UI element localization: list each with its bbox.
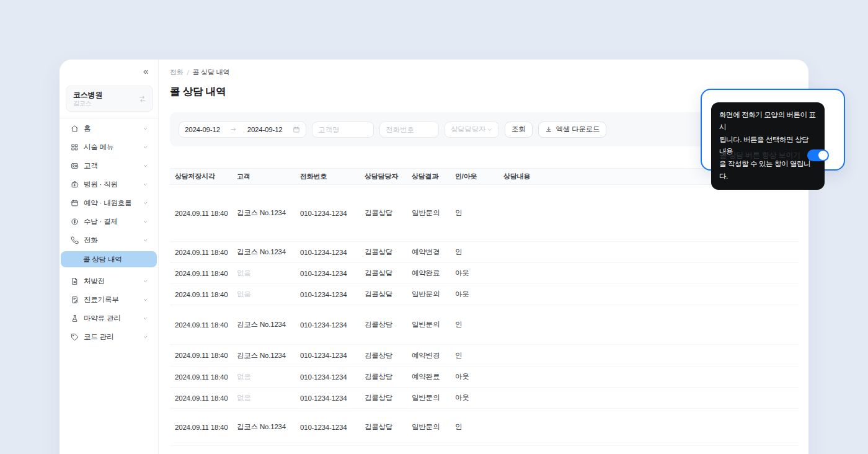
- sidebar-item-medical-records[interactable]: 진료기록부: [60, 290, 158, 309]
- table-row: 2024.09.11 18:40김코스 No.1234010-1234-1234…: [170, 305, 799, 345]
- table-body: 2024.09.11 18:40김코스 No.1234010-1234-1234…: [170, 185, 799, 446]
- customer-name-input[interactable]: [312, 122, 374, 138]
- document-icon: [71, 277, 79, 285]
- swap-icon: [138, 95, 146, 103]
- chevrons-left-icon: [142, 68, 149, 76]
- cell-time: 2024.09.11 18:40: [170, 210, 232, 217]
- sidebar-item-narcotics[interactable]: 마약류 관리: [60, 309, 158, 327]
- cell-result: 예약완료: [407, 269, 450, 278]
- search-button-label: 조회: [512, 125, 526, 134]
- call-button-always-show-toggle[interactable]: [807, 149, 829, 161]
- cell-customer: 없음: [232, 393, 295, 403]
- cell-inout: 인: [450, 422, 498, 432]
- phone-icon: [71, 236, 79, 244]
- breadcrumb-phone[interactable]: 전화: [170, 68, 184, 77]
- tooltip-arrow: [764, 145, 773, 149]
- sidebar-item-procedures[interactable]: 시술 메뉴: [60, 138, 158, 156]
- excel-download-button[interactable]: 엑셀 다운로드: [538, 122, 607, 138]
- cell-phone: 010-1234-1234: [295, 270, 360, 277]
- sidebar-item-customers[interactable]: 고객: [60, 156, 158, 175]
- cell-result: 일반문의: [407, 290, 450, 299]
- cell-inout: 아웃: [450, 269, 498, 278]
- cell-phone: 010-1234-1234: [295, 210, 360, 217]
- cell-agent: 김콜상담: [360, 208, 407, 218]
- cell-customer: 김코스 No.1234: [232, 320, 295, 329]
- cell-phone: 010-1234-1234: [295, 424, 360, 431]
- table-row: 2024.09.11 18:40없음010-1234-1234김콜상담예약완료아…: [170, 263, 799, 284]
- sidebar-item-home[interactable]: 홈: [60, 119, 158, 138]
- home-icon: [71, 125, 79, 133]
- sidebar-item-label: 고객: [84, 161, 98, 171]
- table-row: 2024.09.11 18:40김코스 No.1234010-1234-1234…: [170, 345, 799, 367]
- sidebar: 코스병원 김코스 홈시술 메뉴고객병원 · 직원예약 · 내원흐름수납 · 결제…: [60, 60, 159, 454]
- chevron-down-icon: [143, 297, 148, 303]
- calendar-icon: [71, 199, 79, 207]
- chevron-down-icon: [143, 163, 148, 169]
- excel-download-label: 엑셀 다운로드: [556, 125, 600, 134]
- sidebar-item-phone[interactable]: 전화: [60, 231, 158, 249]
- cell-inout: 아웃: [450, 372, 498, 381]
- sidebar-item-label: 홈: [84, 124, 91, 133]
- cell-customer: 김코스 No.1234: [232, 422, 295, 432]
- sidebar-item-codes[interactable]: 코드 관리: [60, 327, 158, 346]
- cell-inout: 인: [450, 351, 498, 360]
- cell-inout: 인: [450, 247, 498, 257]
- sidebar-item-label: 처방전: [84, 277, 105, 286]
- sidebar-item-payments[interactable]: 수납 · 결제: [60, 212, 158, 231]
- sidebar-item-label: 예약 · 내원흐름: [84, 198, 131, 208]
- cell-result: 예약변경: [407, 247, 450, 257]
- call-history-table: 상담저장시각고객전화번호상담담당자상담결과인/아웃상담내용 2024.09.11…: [170, 168, 799, 446]
- download-icon: [545, 126, 552, 133]
- sidebar-item-label: 마약류 관리: [84, 314, 121, 323]
- cell-agent: 김콜상담: [360, 372, 407, 381]
- sidebar-item-label: 병원 · 직원: [84, 180, 118, 189]
- chevron-down-icon: [487, 127, 493, 133]
- table-row: 2024.09.11 18:40김코스 No.1234010-1234-1234…: [170, 242, 799, 263]
- cell-time: 2024.09.11 18:40: [170, 373, 232, 381]
- workspace-switcher[interactable]: 코스병원 김코스: [66, 86, 153, 112]
- table-column-header: 인/아웃: [450, 169, 498, 184]
- date-range-picker[interactable]: 2024-09-12 2024-09-12: [179, 122, 306, 138]
- workspace-name: 코스병원: [73, 90, 102, 100]
- cell-inout: 인: [450, 208, 498, 218]
- cell-phone: 010-1234-1234: [295, 291, 360, 298]
- table-column-header: 상담담당자: [360, 169, 407, 184]
- date-from-value: 2024-09-12: [185, 126, 220, 133]
- cell-customer: 김코스 No.1234: [232, 351, 295, 360]
- table-row: 2024.09.11 18:40김코스 No.1234010-1234-1234…: [170, 409, 799, 446]
- chevron-down-icon: [143, 126, 148, 131]
- sidebar-collapse-button[interactable]: [140, 66, 151, 78]
- call-button-toggle-row: 콜 상담 버튼 항상 보이기: [719, 149, 829, 161]
- search-button[interactable]: 조회: [505, 122, 533, 138]
- app-window: 코스병원 김코스 홈시술 메뉴고객병원 · 직원예약 · 내원흐름수납 · 결제…: [60, 60, 808, 454]
- table-column-header: 고객: [232, 169, 295, 184]
- sidebar-item-prescriptions[interactable]: 처방전: [60, 272, 158, 290]
- cell-inout: 아웃: [450, 393, 498, 403]
- table-row: 2024.09.11 18:40없음010-1234-1234김콜상담일반문의아…: [170, 284, 799, 305]
- cell-customer: 없음: [232, 269, 295, 278]
- chevron-down-icon: [143, 200, 148, 206]
- agent-select[interactable]: 상담담당자: [445, 122, 499, 138]
- cell-phone: 010-1234-1234: [295, 249, 360, 256]
- table-row: 2024.09.11 18:40김코스 No.1234010-1234-1234…: [170, 185, 799, 242]
- cell-time: 2024.09.11 18:40: [170, 321, 232, 329]
- cell-time: 2024.09.11 18:40: [170, 424, 232, 431]
- hospital-bag-icon: [71, 180, 79, 189]
- cell-time: 2024.09.11 18:40: [170, 291, 232, 298]
- sidebar-subitem-call-history[interactable]: 콜 상담 내역: [61, 251, 157, 267]
- cell-customer: 김코스 No.1234: [232, 247, 295, 257]
- breadcrumb: 전화 / 콜 상담 내역: [170, 68, 799, 77]
- sidebar-item-label: 진료기록부: [84, 295, 119, 305]
- toggle-knob: [818, 151, 828, 160]
- cell-inout: 인: [450, 320, 498, 329]
- sidebar-item-hospital-staff[interactable]: 병원 · 직원: [60, 175, 158, 194]
- cell-time: 2024.09.11 18:40: [170, 249, 232, 256]
- sidebar-item-reservations[interactable]: 예약 · 내원흐름: [60, 194, 158, 212]
- phone-number-input[interactable]: [379, 122, 439, 138]
- payment-icon: [71, 218, 79, 226]
- cell-result: 예약완료: [407, 372, 450, 381]
- call-button-callout: 화면에 전화기 모양의 버튼이 표시됩니다. 버튼을 선택하면 상담 내용을 작…: [701, 89, 845, 171]
- cell-agent: 김콜상담: [360, 247, 407, 257]
- tag-icon: [71, 333, 79, 341]
- table-column-header: 상담저장시각: [170, 169, 232, 184]
